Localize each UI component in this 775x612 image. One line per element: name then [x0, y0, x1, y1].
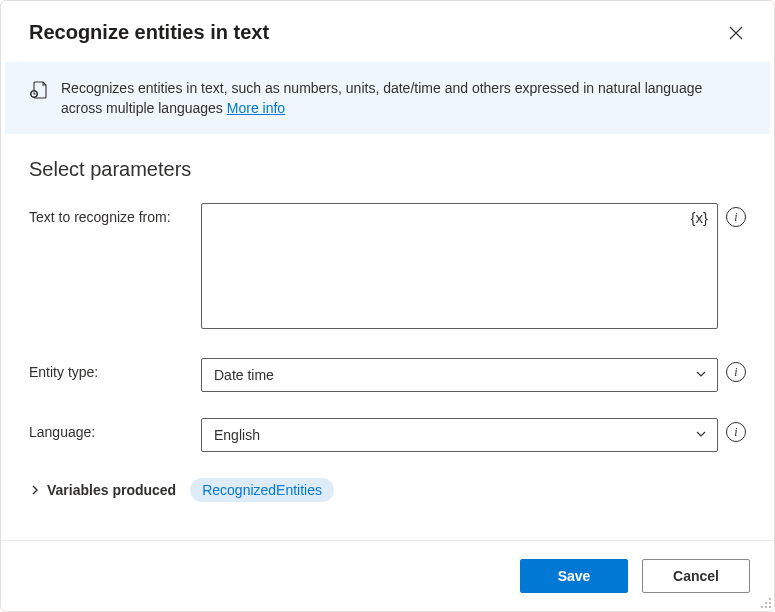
resize-grip[interactable] — [758, 595, 772, 609]
select-value: Date time — [214, 367, 274, 383]
svg-point-2 — [769, 598, 771, 600]
field-entity-type: Entity type: Date time i — [29, 358, 746, 392]
select-value: English — [214, 427, 260, 443]
close-icon — [729, 26, 743, 40]
info-banner-description: Recognizes entities in text, such as num… — [61, 80, 702, 116]
info-banner-text: Recognizes entities in text, such as num… — [61, 78, 746, 118]
chevron-down-icon — [695, 427, 707, 443]
dialog-header: Recognize entities in text — [1, 1, 774, 62]
chevron-right-icon — [29, 484, 41, 496]
more-info-link[interactable]: More info — [227, 100, 285, 116]
svg-point-6 — [765, 606, 767, 608]
info-icon[interactable]: i — [726, 362, 746, 382]
field-label: Text to recognize from: — [29, 203, 201, 225]
field-label: Language: — [29, 418, 201, 440]
svg-point-5 — [761, 606, 763, 608]
insert-variable-button[interactable]: {x} — [690, 209, 708, 226]
cancel-button[interactable]: Cancel — [642, 559, 750, 593]
chevron-down-icon — [695, 367, 707, 383]
entities-icon — [29, 80, 49, 100]
field-language: Language: English i — [29, 418, 746, 452]
dialog-title: Recognize entities in text — [29, 21, 269, 44]
close-button[interactable] — [726, 23, 746, 43]
dialog: Recognize entities in text Recognizes en… — [0, 0, 775, 612]
variables-produced-label: Variables produced — [47, 482, 176, 498]
entity-type-select[interactable]: Date time — [201, 358, 718, 392]
section-title: Select parameters — [29, 158, 746, 181]
dialog-footer: Save Cancel — [1, 540, 774, 611]
field-label: Entity type: — [29, 358, 201, 380]
variables-produced-row: Variables produced RecognizedEntities — [29, 478, 746, 502]
variables-produced-toggle[interactable]: Variables produced — [29, 482, 176, 498]
dialog-content: Select parameters Text to recognize from… — [1, 134, 774, 540]
field-text-to-recognize: Text to recognize from: {x} i — [29, 203, 746, 332]
variable-pill[interactable]: RecognizedEntities — [190, 478, 334, 502]
info-banner: Recognizes entities in text, such as num… — [5, 62, 770, 134]
language-select[interactable]: English — [201, 418, 718, 452]
info-icon[interactable]: i — [726, 207, 746, 227]
text-to-recognize-input[interactable] — [201, 203, 718, 329]
info-icon[interactable]: i — [726, 422, 746, 442]
svg-point-4 — [769, 602, 771, 604]
save-button[interactable]: Save — [520, 559, 628, 593]
svg-point-7 — [769, 606, 771, 608]
svg-point-3 — [765, 602, 767, 604]
